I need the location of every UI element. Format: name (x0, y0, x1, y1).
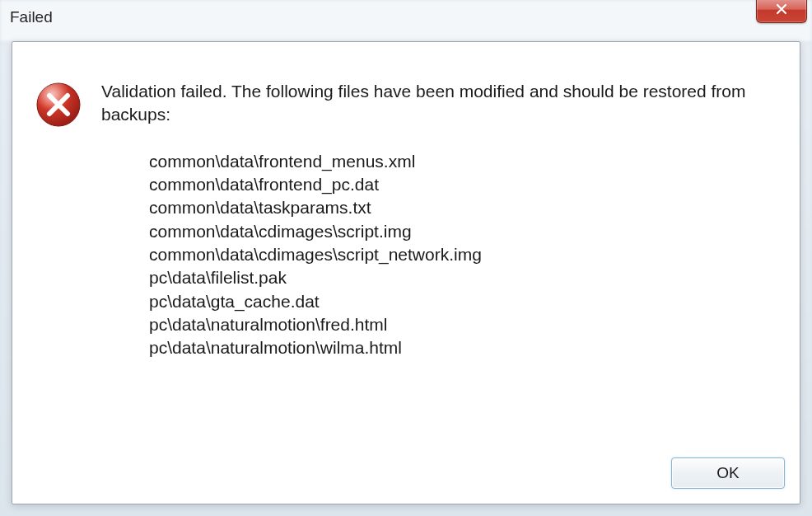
file-list: common\data\frontend_menus.xml common\da… (101, 150, 777, 360)
ok-button[interactable]: OK (671, 457, 785, 489)
close-button[interactable] (756, 0, 807, 23)
file-item: common\data\cdimages\script.img (149, 220, 777, 243)
close-icon (775, 3, 788, 17)
file-item: common\data\taskparams.txt (149, 196, 777, 219)
error-icon (35, 82, 82, 128)
button-area: OK (12, 448, 800, 504)
file-item: pc\data\filelist.pak (149, 266, 777, 289)
file-item: pc\data\gta_cache.dat (149, 290, 777, 313)
window-title: Failed (10, 8, 53, 26)
file-item: common\data\frontend_pc.dat (149, 173, 777, 196)
error-message: Validation failed. The following files h… (101, 80, 777, 127)
content-area: Validation failed. The following files h… (12, 42, 800, 448)
file-item: common\data\cdimages\script_network.img (149, 243, 777, 266)
dialog-body: Validation failed. The following files h… (12, 41, 800, 504)
error-dialog: Failed (0, 0, 812, 516)
message-area: Validation failed. The following files h… (101, 80, 777, 360)
title-bar: Failed (3, 2, 809, 33)
file-item: pc\data\naturalmotion\fred.html (149, 313, 777, 336)
file-item: common\data\frontend_menus.xml (149, 150, 777, 173)
file-item: pc\data\naturalmotion\wilma.html (149, 336, 777, 359)
